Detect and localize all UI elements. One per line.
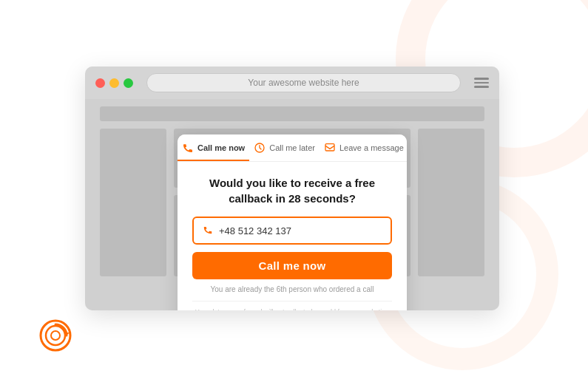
privacy-note: Your data are safe and will not collecte… bbox=[192, 301, 392, 310]
menu-line-2 bbox=[474, 82, 489, 84]
callback-widget: Call me now Call me later Leave a messag… bbox=[178, 134, 407, 310]
menu-line-1 bbox=[474, 78, 489, 80]
sk-header bbox=[100, 106, 484, 121]
address-bar[interactable]: Your awesome website here bbox=[146, 73, 461, 92]
menu-line-3 bbox=[474, 86, 489, 88]
clock-tab-icon bbox=[254, 142, 266, 154]
phone-input-icon bbox=[203, 225, 213, 237]
address-bar-text: Your awesome website here bbox=[248, 78, 359, 88]
phone-input-wrap bbox=[192, 217, 392, 245]
widget-body: Would you like to receive a free callbac… bbox=[178, 162, 407, 310]
tl-red[interactable] bbox=[95, 78, 105, 88]
message-tab-icon bbox=[324, 142, 336, 154]
browser-content: Call me now Call me later Leave a messag… bbox=[85, 99, 499, 310]
traffic-lights bbox=[95, 78, 133, 88]
tab-call-later-label: Call me later bbox=[269, 143, 315, 152]
svg-point-4 bbox=[51, 331, 60, 340]
tab-call-now[interactable]: Call me now bbox=[178, 134, 249, 161]
phone-tab-icon bbox=[182, 142, 194, 154]
sk-left bbox=[100, 129, 166, 276]
svg-point-3 bbox=[46, 326, 65, 345]
tab-call-later[interactable]: Call me later bbox=[249, 134, 320, 161]
tab-leave-message-label: Leave a message bbox=[339, 143, 404, 152]
browser-window: Your awesome website here Call me now bbox=[85, 67, 499, 310]
sk-right bbox=[418, 129, 484, 276]
browser-menu-button[interactable] bbox=[474, 78, 489, 88]
tl-green[interactable] bbox=[124, 78, 133, 88]
brand-logo bbox=[38, 318, 72, 352]
widget-tabs: Call me now Call me later Leave a messag… bbox=[178, 134, 407, 162]
widget-title: Would you like to receive a free callbac… bbox=[192, 175, 392, 206]
tab-call-now-label: Call me now bbox=[197, 143, 245, 152]
order-count-text: You are already the 6th person who order… bbox=[192, 285, 392, 293]
tl-yellow[interactable] bbox=[109, 78, 119, 88]
phone-input[interactable] bbox=[219, 225, 382, 236]
browser-bar: Your awesome website here bbox=[85, 67, 499, 99]
call-now-button[interactable]: Call me now bbox=[192, 252, 392, 279]
tab-leave-message[interactable]: Leave a message bbox=[320, 134, 407, 161]
